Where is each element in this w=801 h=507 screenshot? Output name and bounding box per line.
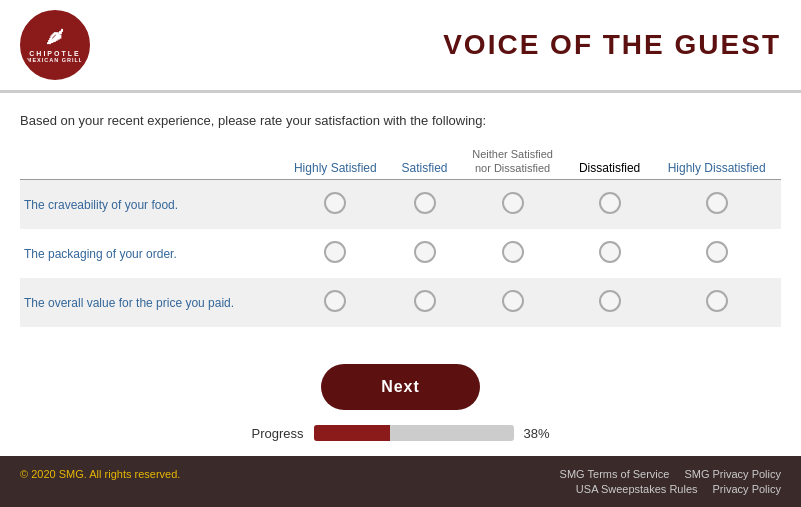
progress-bar	[314, 425, 514, 441]
footer: © 2020 SMG. All rights reserved. SMG Ter…	[0, 456, 801, 507]
radio-button[interactable]	[706, 241, 728, 263]
radio-button[interactable]	[502, 290, 524, 312]
row-label: The craveability of your food.	[20, 180, 280, 230]
radio-cell[interactable]	[567, 278, 653, 327]
footer-links: SMG Terms of Service SMG Privacy Policy …	[560, 468, 781, 495]
page-title: VOICE OF THE GUEST	[443, 29, 781, 61]
table-row: The craveability of your food.	[20, 180, 781, 230]
sweepstakes-link[interactable]: USA Sweepstakes Rules	[576, 483, 698, 495]
footer-copyright: © 2020 SMG. All rights reserved.	[20, 468, 180, 480]
radio-button[interactable]	[324, 192, 346, 214]
logo: 🌶 CHIPOTLE MEXICAN GRILL	[20, 10, 90, 80]
radio-cell[interactable]	[391, 229, 459, 278]
footer-rights: rights reserved.	[105, 468, 181, 480]
radio-button[interactable]	[502, 192, 524, 214]
progress-label: Progress	[251, 426, 303, 441]
table-row: The overall value for the price you paid…	[20, 278, 781, 327]
radio-cell[interactable]	[458, 229, 566, 278]
privacy-link[interactable]: Privacy Policy	[713, 483, 781, 495]
col-header-neutral: Neither Satisfied nor Dissatisfied	[458, 143, 566, 180]
col-header-satisfied: Satisfied	[391, 143, 459, 180]
header: 🌶 CHIPOTLE MEXICAN GRILL VOICE OF THE GU…	[0, 0, 801, 93]
radio-cell[interactable]	[280, 229, 391, 278]
radio-cell[interactable]	[652, 278, 781, 327]
radio-button[interactable]	[414, 241, 436, 263]
col-header-highly-dissatisfied: Highly Dissatisfied	[652, 143, 781, 180]
progress-section: Progress 38%	[0, 425, 801, 441]
footer-links-row2: USA Sweepstakes Rules Privacy Policy	[576, 483, 781, 495]
col-header-dissatisfied: Dissatisfied	[567, 143, 653, 180]
footer-highlight: All	[89, 468, 101, 480]
smg-privacy-link[interactable]: SMG Privacy Policy	[684, 468, 781, 480]
radio-button[interactable]	[414, 192, 436, 214]
radio-cell[interactable]	[280, 278, 391, 327]
radio-cell[interactable]	[458, 180, 566, 230]
next-button[interactable]: Next	[321, 364, 480, 410]
row-label: The overall value for the price you paid…	[20, 278, 280, 327]
survey-table: Highly Satisfied Satisfied Neither Satis…	[20, 143, 781, 327]
radio-cell[interactable]	[567, 180, 653, 230]
radio-button[interactable]	[324, 241, 346, 263]
radio-button[interactable]	[706, 192, 728, 214]
radio-cell[interactable]	[391, 180, 459, 230]
radio-button[interactable]	[599, 290, 621, 312]
radio-cell[interactable]	[567, 229, 653, 278]
radio-button[interactable]	[324, 290, 346, 312]
radio-button[interactable]	[502, 241, 524, 263]
radio-button[interactable]	[599, 241, 621, 263]
footer-links-row1: SMG Terms of Service SMG Privacy Policy	[560, 468, 781, 480]
radio-cell[interactable]	[391, 278, 459, 327]
smg-terms-link[interactable]: SMG Terms of Service	[560, 468, 670, 480]
next-section: Next	[0, 364, 801, 410]
radio-button[interactable]	[414, 290, 436, 312]
logo-icon: 🌶	[46, 27, 65, 48]
logo-inner: 🌶 CHIPOTLE MEXICAN GRILL	[24, 14, 86, 76]
col-header-question	[20, 143, 280, 180]
radio-button[interactable]	[599, 192, 621, 214]
radio-button[interactable]	[706, 290, 728, 312]
main-content: Based on your recent experience, please …	[0, 93, 801, 344]
row-label: The packaging of your order.	[20, 229, 280, 278]
footer-copyright-text: © 2020 SMG.	[20, 468, 87, 480]
question-intro: Based on your recent experience, please …	[20, 113, 781, 128]
table-row: The packaging of your order.	[20, 229, 781, 278]
radio-cell[interactable]	[652, 180, 781, 230]
logo-text-grill: MEXICAN GRILL	[27, 57, 83, 63]
progress-bar-fill	[314, 425, 390, 441]
logo-text-chipotle: CHIPOTLE	[29, 50, 80, 57]
progress-percent: 38%	[524, 426, 550, 441]
col-header-highly-satisfied: Highly Satisfied	[280, 143, 391, 180]
radio-cell[interactable]	[652, 229, 781, 278]
radio-cell[interactable]	[458, 278, 566, 327]
radio-cell[interactable]	[280, 180, 391, 230]
